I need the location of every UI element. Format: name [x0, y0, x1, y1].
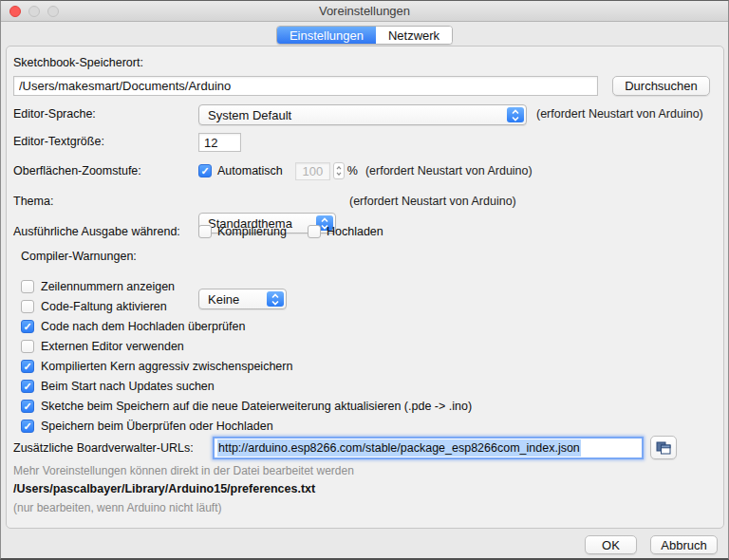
checkbox-row: ✓ Code-Faltung aktivieren	[21, 299, 167, 314]
verbose-upload-checkbox[interactable]: ✓	[308, 225, 321, 238]
settings-panel: Sketchbook-Speicherort: Durchsuchen Edit…	[6, 46, 724, 529]
dropdown-arrows-icon	[267, 291, 284, 307]
save-on-verify-checkbox[interactable]: ✓	[21, 420, 34, 433]
tab-bar: Einstellungen Netzwerk	[1, 26, 728, 45]
checkbox-label: Code-Faltung aktivieren	[41, 300, 167, 313]
cancel-button[interactable]: Abbruch	[650, 535, 718, 554]
footer-note-2: (nur bearbeiten, wenn Arduino nicht läuf…	[13, 501, 221, 514]
browse-button[interactable]: Durchsuchen	[612, 76, 710, 96]
new-window-icon	[656, 441, 671, 455]
zoom-stepper[interactable]	[333, 162, 345, 179]
checkbox-row: ✓ Zeilennummern anzeigen	[21, 279, 175, 294]
language-label: Editor-Sprache:	[13, 107, 96, 121]
checkbox-row: ✓ Kompilierten Kern aggressiv zwischensp…	[21, 359, 292, 374]
theme-restart-note: (erfordert Neustart von Arduino)	[349, 195, 516, 208]
verbose-compile-checkbox[interactable]: ✓	[198, 225, 212, 238]
cache-core-checkbox[interactable]: ✓	[21, 360, 34, 373]
footer-note-1: Mehr Voreinstellungen können direkt in d…	[13, 464, 354, 477]
auto-zoom-checkbox[interactable]: ✓	[198, 164, 212, 177]
zoom-restart-note: (erfordert Neustart von Arduino)	[365, 164, 533, 177]
code-folding-checkbox[interactable]: ✓	[21, 300, 34, 313]
checkbox-row: ✓ Code nach dem Hochladen überprüfen	[21, 319, 245, 334]
check-icon: ✓	[23, 361, 31, 371]
preferences-file-path: /Users/pascalbayer/Library/Arduino15/pre…	[13, 482, 315, 495]
dropdown-arrows-icon	[507, 107, 524, 122]
check-icon: ✓	[23, 381, 31, 391]
update-extension-checkbox[interactable]: ✓	[21, 400, 34, 413]
verbose-row: ✓ Kompilierung ✓ Hochladen	[198, 223, 383, 240]
checkbox-row: ✓ Sketche beim Speichern auf die neue Da…	[21, 399, 472, 414]
language-dropdown[interactable]: System Default	[198, 104, 527, 125]
board-urls-label: Zusätzliche Boardverwalter-URLs:	[13, 441, 194, 455]
verbose-compile-label: Kompilierung	[217, 225, 287, 238]
language-restart-note: (erfordert Neustart von Arduino)	[536, 107, 703, 121]
checkbox-label: Sketche beim Speichern auf die neue Date…	[41, 400, 472, 413]
sketchbook-label: Sketchbook-Speicherort:	[13, 56, 143, 69]
warnings-dropdown[interactable]: Keine	[198, 289, 287, 309]
zoom-percent-input[interactable]	[295, 162, 330, 180]
check-updates-checkbox[interactable]: ✓	[21, 380, 34, 393]
external-editor-checkbox[interactable]: ✓	[21, 340, 34, 353]
checkbox-row: ✓ Speichern beim Überprüfen oder Hochlad…	[21, 419, 273, 434]
window-title: Voreinstellungen	[1, 4, 728, 18]
textsize-label: Editor-Textgröße:	[13, 135, 104, 148]
ok-button[interactable]: OK	[585, 535, 637, 554]
checkbox-label: Kompilierten Kern aggressiv zwischenspei…	[41, 360, 292, 373]
verify-after-upload-checkbox[interactable]: ✓	[21, 320, 34, 333]
checkbox-label: Externen Editor verwenden	[41, 340, 184, 353]
check-icon: ✓	[23, 321, 31, 331]
language-value: System Default	[208, 108, 291, 122]
percent-sign: %	[347, 164, 358, 177]
check-icon: ✓	[23, 401, 31, 411]
line-numbers-checkbox[interactable]: ✓	[21, 280, 34, 293]
checkbox-label: Beim Start nach Updates suchen	[41, 380, 215, 393]
zoomlevel-row: ✓ Automatisch % (erfordert Neustart von …	[198, 161, 533, 180]
checkbox-row: ✓ Externen Editor verwenden	[21, 339, 184, 354]
warnings-label: Compiler-Warnungen:	[21, 250, 137, 263]
theme-label: Thema:	[13, 195, 53, 208]
tab-einstellungen[interactable]: Einstellungen	[277, 27, 376, 44]
preferences-window: Voreinstellungen Einstellungen Netzwerk …	[0, 0, 729, 560]
check-icon: ✓	[200, 165, 209, 176]
warnings-value: Keine	[208, 292, 239, 307]
checkbox-label: Code nach dem Hochladen überprüfen	[41, 320, 245, 333]
sketchbook-path-input[interactable]	[13, 76, 598, 96]
board-urls-input[interactable]: http://arduino.esp8266.com/stable/packag…	[213, 437, 644, 459]
verbose-upload-label: Hochladen	[327, 225, 383, 238]
textsize-input[interactable]	[198, 133, 241, 152]
checkbox-label: Zeilennummern anzeigen	[41, 280, 175, 293]
auto-zoom-label: Automatisch	[217, 164, 283, 177]
verbose-label: Ausführliche Ausgabe während:	[13, 225, 180, 238]
zoomlevel-label: Oberflächen-Zoomstufe:	[13, 164, 141, 177]
checkbox-row: ✓ Beim Start nach Updates suchen	[21, 379, 215, 394]
board-urls-selected-text: http://arduino.esp8266.com/stable/packag…	[217, 439, 581, 457]
check-icon: ✓	[23, 420, 31, 431]
checkbox-label: Speichern beim Überprüfen oder Hochladen	[41, 420, 273, 433]
tab-netzwerk[interactable]: Netzwerk	[376, 27, 452, 44]
open-urls-editor-button[interactable]	[650, 436, 677, 459]
title-bar: Voreinstellungen	[1, 1, 728, 22]
